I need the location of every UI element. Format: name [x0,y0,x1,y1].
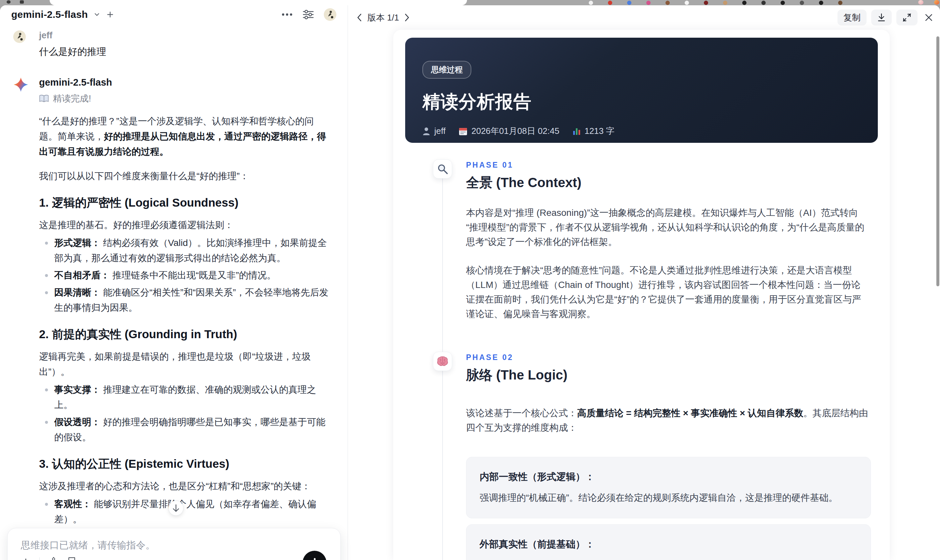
browser-apps-icon[interactable] [20,0,24,4]
attach-plus-icon[interactable] [21,557,31,560]
chevron-right-icon[interactable] [404,13,410,22]
extension-icon[interactable] [742,1,746,5]
browser-profile-avatar[interactable] [918,0,923,5]
bullet-list: 事实支撑： 推理建立在可靠的数据、准确的观测或公认的真理之上。 假设透明： 好的… [39,382,331,445]
arrow-down-icon [172,504,180,512]
section-heading: 3. 认知的公正性 (Epistemic Virtues) [39,457,331,471]
voice-input-button[interactable] [303,551,327,560]
browser-toolbar [0,0,940,5]
download-icon [877,13,886,22]
chat-header: gemini-2.5-flash [0,5,348,24]
brain-icon [433,352,452,371]
report-meta: jeff 2026年01月08日 02:45 1213 字 [422,125,859,137]
phase-section-2: PHASE 02 脉络 (The Logic) 该论述基于一个核心公式：高质量结… [405,353,878,560]
close-panel-button[interactable] [922,13,935,22]
version-label: 版本 1/1 [367,12,399,23]
composer-toolbar [21,557,76,560]
report-document[interactable]: 思维过程 精读分析报告 jeff 2026年01月08日 02:45 [393,30,890,560]
dimension-box: 外部真实性（前提基础）： 强调推理的“经验校准”。解决“GIGO（垃圾进，垃圾出… [466,524,871,560]
chat-composer[interactable]: 思维接口已就绪，请传输指令。 [7,528,341,560]
report-header-card: 思维过程 精读分析报告 jeff 2026年01月08日 02:45 [405,38,878,143]
section-intro: 这是推理的基石。好的推理必须遵循逻辑法则： [39,217,331,233]
extension-icon[interactable] [838,1,843,5]
skills-icon[interactable] [48,557,59,560]
phase-kicker: PHASE 02 [466,353,878,362]
phase-section-1: PHASE 01 全景 (The Context) 本内容是对“推理 (Reas… [405,161,878,322]
report-word-count: 1213 字 [573,125,615,137]
scrollbar-thumb[interactable] [936,36,939,286]
screen: gemini-2.5-flash [0,0,940,560]
extension-icon[interactable] [627,1,632,5]
extension-icon[interactable] [646,1,650,5]
bar-chart-icon [573,127,581,135]
extension-icon[interactable] [723,1,727,5]
report-phases: PHASE 01 全景 (The Context) 本内容是对“推理 (Reas… [405,143,878,560]
list-item: 假设透明： 好的推理会明确指明哪些是已知事实，哪些是基于可能的假设。 [39,415,331,445]
chevron-down-icon[interactable] [93,11,100,18]
list-item: 不自相矛盾： 推理链条中不能出现“既是又非”的情况。 [39,268,331,283]
magnifier-icon [433,159,452,178]
list-item: 因果清晰： 能准确区分“相关性”和“因果关系”，不会轻率地将先后发生的事情归为因… [39,285,331,315]
assistant-message-row: gemini-2.5-flash 精读完成! “什么是好的推理？”这是一个涉及逻… [13,77,331,560]
report-badge: 思维过程 [422,61,472,78]
calendar-icon [459,127,467,135]
chat-input[interactable]: 思维接口已就绪，请传输指令。 [21,539,327,552]
list-item: 客观性： 能够识别并尽量排除个人偏见（如幸存者偏差、确认偏差）。 [39,497,331,527]
chat-message-list[interactable]: jeff 什么是好的推理 [0,24,348,560]
report-author: jeff [422,126,445,136]
user-message-text: 什么是好的推理 [39,45,331,58]
conversation-title[interactable]: gemini-2.5-flash [11,9,88,20]
model-settings-icon[interactable] [303,9,314,20]
artifact-panel: 版本 1/1 复制 [348,5,940,560]
report-paragraph: 核心情境在于解决“思考的随意性”问题。不论是人类通过批判性思维进行决策，还是大语… [466,263,869,322]
dimension-body: 强调推理的“机械正确”。结论必须在给定的规则系统内逻辑自洽，这是推理的硬件基础。 [479,490,857,505]
assistant-status: 精读完成! [39,92,331,105]
browser-back-icon[interactable] [7,0,11,4]
scroll-to-bottom-button[interactable] [168,500,183,516]
extension-icon[interactable] [608,1,612,5]
phase-title: 全景 (The Context) [466,174,878,192]
user-message-row: jeff 什么是好的推理 [13,31,331,58]
download-button[interactable] [871,9,892,25]
gemini-logo-icon [13,77,28,92]
phase-kicker: PHASE 01 [466,161,878,169]
close-icon [925,13,933,22]
chevron-left-icon[interactable] [356,13,362,22]
expand-button[interactable] [896,9,917,25]
user-name: jeff [39,31,331,41]
extension-icon[interactable] [589,1,593,5]
section-heading: 1. 逻辑的严密性 (Logical Soundness) [39,196,331,209]
divider [39,557,40,560]
section-intro: 逻辑再完美，如果前提是错误的，推理也是垃圾（即“垃圾进，垃圾出”）。 [39,349,331,380]
assistant-paragraph: “什么是好的推理？”这是一个涉及逻辑学、认知科学和哲学核心的问题。简单来说，好的… [39,114,331,159]
extension-icon[interactable] [781,1,785,5]
user-avatar [13,31,26,43]
new-chat-button[interactable] [106,10,114,19]
browser-url-bar[interactable] [49,0,467,5]
report-date: 2026年01月08日 02:45 [459,125,559,137]
extension-icon[interactable] [761,1,766,5]
extension-icon[interactable] [685,1,689,5]
report-paragraph: 本内容是对“推理 (Reasoning)”这一抽象概念的高层建模。在知识爆炸与人… [466,206,869,249]
extension-icon[interactable] [800,1,804,5]
expand-icon [902,13,912,22]
dimension-title: 内部一致性（形式逻辑）： [479,471,857,484]
person-icon [422,127,430,135]
copy-button[interactable]: 复制 [837,9,866,25]
extension-icon[interactable] [704,1,708,5]
scrollbar[interactable] [936,35,939,558]
extension-icon[interactable] [819,1,823,5]
dimension-box: 内部一致性（形式逻辑）： 强调推理的“机械正确”。结论必须在给定的规则系统内逻辑… [466,457,871,518]
extension-icon[interactable] [666,1,670,5]
bookmark-icon[interactable] [68,557,76,560]
user-avatar[interactable] [324,8,336,21]
app-window: gemini-2.5-flash [0,5,940,560]
dimension-title: 外部真实性（前提基础）： [479,538,857,551]
browser-extension-avatar[interactable] [934,0,939,5]
chat-panel: gemini-2.5-flash [0,5,348,560]
assistant-name: gemini-2.5-flash [39,77,331,88]
section-heading: 2. 前提的真实性 (Grounding in Truth) [39,327,331,341]
list-item: 形式逻辑： 结构必须有效（Valid）。比如演绎推理中，如果前提全部为真，那么通… [39,235,331,266]
more-options-icon[interactable] [282,13,293,16]
book-icon [39,95,49,103]
